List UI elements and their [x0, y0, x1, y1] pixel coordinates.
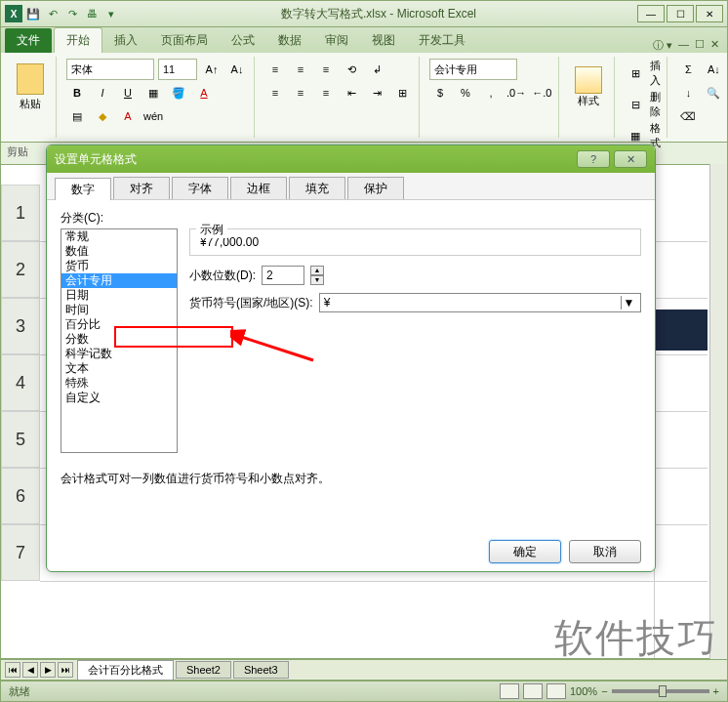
- fill-down-icon[interactable]: ↓: [677, 82, 699, 103]
- find-icon[interactable]: 🔍: [703, 82, 724, 103]
- category-item-scientific[interactable]: 科学记数: [61, 347, 177, 361]
- tab-home[interactable]: 开始: [54, 27, 102, 53]
- zoom-slider[interactable]: [612, 689, 709, 693]
- category-item-time[interactable]: 时间: [61, 303, 177, 317]
- view-normal-icon[interactable]: [500, 683, 519, 699]
- print-icon[interactable]: 🖶: [83, 5, 101, 22]
- category-item-currency[interactable]: 货币: [61, 259, 177, 273]
- row-header[interactable]: 2: [1, 241, 40, 298]
- redo-icon[interactable]: ↷: [63, 5, 81, 22]
- tab-view[interactable]: 视图: [360, 28, 407, 53]
- tab-file[interactable]: 文件: [5, 28, 52, 53]
- format-cells-button[interactable]: ▦: [625, 125, 646, 146]
- tab-developer[interactable]: 开发工具: [407, 28, 477, 53]
- preview-icon[interactable]: ▾: [102, 5, 120, 22]
- maximize-button[interactable]: ☐: [667, 5, 694, 22]
- currency-icon[interactable]: $: [429, 82, 451, 103]
- tab-review[interactable]: 审阅: [313, 28, 360, 53]
- spin-down-icon[interactable]: ▼: [310, 275, 324, 285]
- decrease-decimal-icon[interactable]: ←.0: [531, 82, 552, 103]
- save-icon[interactable]: 💾: [24, 5, 42, 22]
- row-header[interactable]: 3: [1, 298, 40, 354]
- row-header[interactable]: 1: [1, 185, 40, 241]
- borders-icon[interactable]: ▤: [66, 105, 88, 127]
- sheet-tab[interactable]: Sheet3: [233, 661, 289, 679]
- category-item-date[interactable]: 日期: [61, 288, 177, 303]
- cancel-button[interactable]: 取消: [569, 540, 641, 563]
- category-item-fraction[interactable]: 分数: [61, 332, 177, 347]
- decimal-places-input[interactable]: [262, 266, 304, 285]
- increase-indent-icon[interactable]: ⇥: [366, 82, 387, 103]
- italic-button[interactable]: I: [92, 82, 113, 103]
- align-right-icon[interactable]: ≡: [315, 82, 337, 103]
- wrap-text-icon[interactable]: ↲: [366, 59, 387, 80]
- category-item-number[interactable]: 数值: [61, 244, 177, 259]
- sheet-nav-first-icon[interactable]: ⏮: [5, 662, 20, 678]
- tab-formulas[interactable]: 公式: [220, 28, 266, 53]
- category-item-percentage[interactable]: 百分比: [61, 317, 177, 332]
- number-format-combo[interactable]: 会计专用: [429, 59, 517, 80]
- sheet-tab[interactable]: Sheet2: [176, 661, 231, 679]
- category-item-custom[interactable]: 自定义: [61, 391, 177, 405]
- fill-color-button[interactable]: 🪣: [168, 82, 189, 103]
- percent-icon[interactable]: %: [455, 82, 476, 103]
- comma-icon[interactable]: ,: [480, 82, 502, 103]
- view-page-break-icon[interactable]: [546, 683, 566, 699]
- currency-symbol-combo[interactable]: ¥ ▼: [319, 293, 641, 312]
- dialog-titlebar[interactable]: 设置单元格格式 ? ✕: [47, 145, 655, 173]
- ribbon-close-icon[interactable]: ✕: [710, 38, 719, 53]
- tab-insert[interactable]: 插入: [102, 28, 149, 53]
- view-page-layout-icon[interactable]: [523, 683, 543, 699]
- decrease-indent-icon[interactable]: ⇤: [341, 82, 362, 103]
- zoom-out-icon[interactable]: −: [601, 685, 607, 697]
- ribbon-restore-icon[interactable]: ☐: [695, 38, 705, 53]
- dialog-tab-protection[interactable]: 保护: [347, 177, 404, 199]
- category-item-general[interactable]: 常规: [61, 229, 177, 244]
- tab-page-layout[interactable]: 页面布局: [149, 28, 220, 53]
- row-header[interactable]: 6: [1, 468, 40, 524]
- dialog-tab-fill[interactable]: 填充: [289, 177, 345, 199]
- vertical-scrollbar[interactable]: [709, 164, 727, 659]
- align-center-icon[interactable]: ≡: [290, 82, 311, 103]
- sheet-nav-next-icon[interactable]: ▶: [40, 662, 56, 678]
- dialog-help-button[interactable]: ?: [577, 150, 610, 168]
- zoom-thumb[interactable]: [659, 685, 667, 697]
- chevron-down-icon[interactable]: ▼: [621, 296, 636, 310]
- sheet-nav-prev-icon[interactable]: ◀: [22, 662, 38, 678]
- undo-icon[interactable]: ↶: [44, 5, 61, 22]
- font-size-combo[interactable]: 11: [158, 59, 197, 80]
- phonetic-icon[interactable]: wén: [142, 105, 164, 127]
- ok-button[interactable]: 确定: [489, 540, 561, 563]
- font-color-icon[interactable]: A: [117, 105, 139, 127]
- bold-button[interactable]: B: [66, 82, 88, 103]
- zoom-in-icon[interactable]: +: [713, 685, 719, 697]
- styles-button[interactable]: 样式: [569, 59, 608, 115]
- align-left-icon[interactable]: ≡: [264, 82, 286, 103]
- row-header[interactable]: 7: [1, 524, 40, 581]
- border-button[interactable]: ▦: [142, 82, 164, 103]
- font-color-button[interactable]: A: [193, 82, 215, 103]
- paste-button[interactable]: 粘贴: [11, 59, 50, 115]
- align-bottom-icon[interactable]: ≡: [315, 59, 337, 80]
- row-header[interactable]: 4: [1, 354, 40, 411]
- dialog-tab-number[interactable]: 数字: [55, 178, 111, 200]
- ribbon-minimize-icon[interactable]: —: [678, 38, 689, 53]
- sheet-nav-last-icon[interactable]: ⏭: [58, 662, 73, 678]
- orientation-icon[interactable]: ⟲: [341, 59, 362, 80]
- underline-button[interactable]: U: [117, 82, 139, 103]
- category-item-special[interactable]: 特殊: [61, 376, 177, 391]
- clear-icon[interactable]: ⌫: [677, 105, 699, 127]
- zoom-level[interactable]: 100%: [570, 685, 597, 697]
- close-button[interactable]: ✕: [696, 5, 723, 22]
- dialog-tab-alignment[interactable]: 对齐: [113, 177, 170, 199]
- decrease-font-icon[interactable]: A↓: [226, 59, 248, 80]
- tab-data[interactable]: 数据: [266, 28, 313, 53]
- merge-icon[interactable]: ⊞: [391, 82, 413, 103]
- minimize-button[interactable]: —: [637, 5, 665, 22]
- autosum-icon[interactable]: Σ: [677, 59, 699, 80]
- spin-up-icon[interactable]: ▲: [310, 266, 324, 275]
- category-item-text[interactable]: 文本: [61, 361, 177, 376]
- category-item-accounting[interactable]: 会计专用: [61, 273, 177, 288]
- delete-cells-button[interactable]: ⊟: [625, 94, 646, 115]
- dialog-tab-border[interactable]: 边框: [230, 177, 287, 199]
